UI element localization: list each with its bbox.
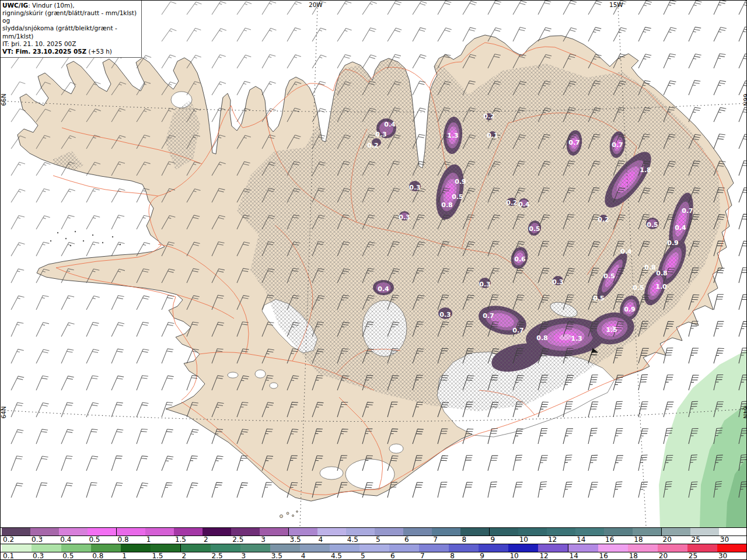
label-66n-left: 66N: [1, 93, 7, 106]
rain-scale-value: 2.5: [212, 552, 223, 560]
rain-colorbar-cell: [419, 544, 449, 552]
sleet-snow-colorbar-cell: [203, 528, 232, 536]
rain-scale-value: 0.5: [62, 552, 74, 560]
vestmannaeyjar-island: [296, 511, 298, 513]
label-15w: 15W: [609, 1, 623, 8]
precip-value-label: 0.5: [647, 221, 658, 229]
sleet-snow-scale-value: 4.5: [347, 536, 358, 544]
precip-value-label: 0.5: [593, 295, 605, 302]
precip-value-label: 0.2: [367, 142, 379, 149]
rain-colorbar-cell: [687, 544, 718, 552]
sleet-snow-scale-value: 14: [577, 536, 585, 544]
rain-colorbar-cell: [91, 544, 121, 552]
sleet-snow-scale-value: 30: [720, 536, 729, 544]
chart-title-block: UWC/IG: Vindur (10m), rigning/skúrir (gr…: [1, 1, 142, 58]
sleet-snow-scale-value: 1: [146, 536, 151, 544]
sleet-snow-colorbar-labels: 0.20.30.40.50.811.522.533.544.5567891012…: [1, 536, 747, 544]
sleet-snow-scale-value: 0.4: [60, 536, 71, 544]
precip-value-label: 0.5: [633, 284, 644, 292]
init-time: IT: þri. 21. 10. 2025 00Z: [2, 40, 139, 48]
eyjafjallajokull-glacier: [320, 467, 343, 480]
precip-value-label: 1.3: [571, 335, 582, 342]
rain-scale-value: 8: [450, 552, 455, 560]
sleet-snow-scale-value: 2: [204, 536, 208, 544]
rain-scale-value: 10: [509, 552, 518, 560]
label-20w: 20W: [309, 1, 323, 8]
rain-colorbar-cell: [61, 544, 92, 552]
sleet-snow-colorbar-cell: [59, 528, 88, 536]
precip-value-label: 0.3: [409, 184, 421, 191]
label-64n-left: 64N: [1, 406, 7, 418]
rain-colorbar-cell: [628, 544, 658, 552]
sleet-snow-colorbar-cell: [633, 528, 662, 536]
precip-value-label: 0.7: [568, 139, 580, 146]
title-line-2: rigning/skúrir (grænt/blátt/rautt - mm/1…: [2, 9, 139, 24]
model-name: UWC/IG: [2, 2, 28, 9]
rain-scale-value: 0.3: [33, 552, 44, 560]
rain-colorbar-cell: [508, 544, 539, 552]
sleet-snow-colorbar-cell: [346, 528, 375, 536]
rain-scale-value: 6: [390, 552, 395, 560]
rain-colorbar-cell: [658, 544, 688, 552]
sleet-snow-colorbar-cell: [2, 528, 31, 536]
rain-colorbar-cell: [538, 544, 568, 552]
rain-scale-value: 5: [361, 552, 365, 560]
rain-colorbar-cell: [121, 544, 151, 552]
precip-value-label: 1.8: [640, 166, 651, 174]
rain-colorbar-cell: [32, 544, 62, 552]
precip-value-label: 0.9: [624, 306, 636, 313]
rain-scale-value: 20: [659, 552, 668, 560]
precip-value-label: 0.3: [479, 281, 491, 288]
sleet-snow-scale-value: 10: [519, 536, 528, 544]
thingvallavatn-lake: [228, 372, 238, 378]
sleet-snow-colorbar-cell: [375, 528, 404, 536]
precip-value-label: 0.4: [384, 121, 396, 128]
rain-scale-value: 4.5: [331, 552, 342, 560]
sleet-snow-scale-value: 3: [261, 536, 266, 544]
precip-value-label: 0.2: [506, 199, 518, 206]
rain-colorbar-cell: [389, 544, 420, 552]
sleet-snow-colorbar-cell: [490, 528, 519, 536]
sleet-snow-scale-value: 16: [605, 536, 614, 544]
label-66n-right: 66N: [742, 93, 747, 106]
sleet-snow-scale-value: 7: [433, 536, 438, 544]
rain-colorbar-cell: [240, 544, 271, 552]
rain-colorbar-cell: [330, 544, 360, 552]
precip-value-label: 0.9: [667, 239, 679, 247]
sleet-snow-colorbar-cell: [575, 528, 605, 536]
rain-colorbar-cell: [151, 544, 181, 552]
sleet-snow-scale-value: 3.5: [290, 536, 301, 544]
sleet-snow-colorbar-cell: [518, 528, 547, 536]
precip-value-label: 0.7: [483, 312, 494, 320]
precip-value-label: 0.5: [529, 225, 540, 233]
sleet-snow-scale-value: 0.2: [3, 536, 14, 544]
sleet-snow-colorbar-cell: [117, 528, 146, 536]
precip-value-label: 1.5: [606, 326, 617, 334]
vestmannaeyjar-island: [280, 514, 282, 517]
precip-value-label: 0.3: [399, 214, 410, 221]
sleet-snow-scale-value: 0.3: [32, 536, 43, 544]
rain-scale-value: 2: [182, 552, 187, 560]
rain-scale-value: 9: [480, 552, 484, 560]
sleet-snow-colorbar-cell: [174, 528, 203, 536]
sleet-snow-scale-value: 4: [319, 536, 323, 544]
precip-value-label: 0.4: [518, 201, 530, 208]
weather-map-screenshot: 0.40.30.21.30.20.10.30.90.50.80.30.20.40…: [0, 0, 747, 560]
iceland-weather-map: 0.40.30.21.30.20.10.30.90.50.80.30.20.40…: [1, 1, 747, 560]
rain-colorbar-cell: [449, 544, 479, 552]
rain-scale-value: 16: [599, 552, 608, 560]
precip-value-label: 0.7: [512, 327, 524, 334]
rain-scale-value: 1.5: [152, 552, 163, 560]
rain-colorbar: [1, 544, 747, 552]
sleet-snow-colorbar-cell: [690, 528, 720, 536]
rain-scale-value: 1: [122, 552, 127, 560]
rain-colorbar-cell: [2, 544, 32, 552]
small-glacier: [255, 370, 266, 378]
rain-colorbar-cell: [568, 544, 599, 552]
rain-scale-value: 3.5: [271, 552, 282, 560]
precip-value-label: 1.0: [655, 283, 667, 290]
precip-value-label: 0.3: [552, 278, 564, 286]
rain-scale-value: 30: [718, 552, 727, 560]
precip-value-label: 0.8: [536, 334, 548, 342]
sleet-snow-colorbar-cell: [719, 528, 747, 536]
